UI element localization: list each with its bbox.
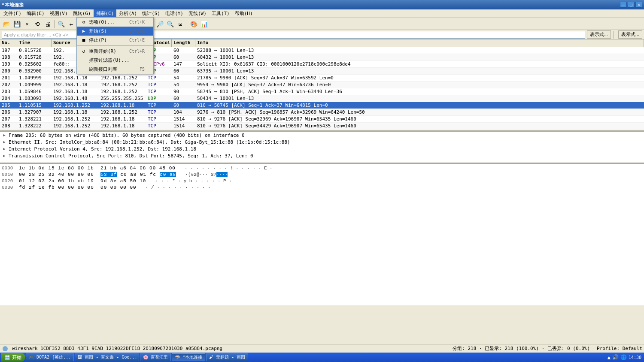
taskbar-shop[interactable]: 🌸 百花汇里 [140,353,171,361]
menu-view[interactable]: 视图(V) [47,9,70,18]
detail-row-3[interactable]: ▶ Transmission Control Protocol, Src Por… [0,152,644,159]
menu-analyze[interactable]: 分析(A) [116,9,140,18]
io-graph-button[interactable]: 📊 [199,19,209,29]
detail-text-3: Transmission Control Protocol, Src Port:… [9,153,253,159]
pkt-time: 0.915728 [17,47,52,54]
display-format-button[interactable]: 表示式... [618,30,642,39]
pkt-dst: 192.168.1.252 [99,109,146,115]
detail-text-1: Ethernet II, Src: IntelCor_bb:a6:84 (00:… [9,139,290,145]
zoom-reset-button[interactable]: ⊡ [176,19,185,29]
packet-row-206[interactable]: 206 1.327907 192.168.1.18 192.168.1.252 … [0,109,644,116]
tray-volume[interactable]: 🔊 [612,354,619,360]
menu-start[interactable]: ▶ 开始(S) Ctrl+E [77,27,153,36]
pkt-time: 1.110515 [17,102,52,109]
taskbar-wireshark[interactable]: 🦈 *本地连接 [172,353,205,361]
pkt-no: 198 [0,54,17,60]
close-button[interactable]: ✕ [635,2,642,8]
tray-arrow[interactable]: ▲ [608,354,611,360]
menu-tools[interactable]: 工具(T) [209,9,232,18]
menu-refresh-interfaces[interactable]: 刷新接口列表 F5 [77,65,153,74]
pkt-time: 1.049999 [17,75,52,81]
colorize-button[interactable]: 🎨 [189,19,198,29]
reload-button[interactable]: ⟲ [33,19,42,29]
zoom-out-button[interactable]: 🔍 [165,19,175,29]
start-button[interactable]: 🪟 开始 [1,353,25,362]
hex-dump: 0000 1c 1b 0d 15 1c 88 00 1b 21 bb a6 84… [0,164,644,198]
detail-row-2[interactable]: ▶ Internet Protocol Version 4, Src: 192.… [0,145,644,152]
start-icon: ▶ [80,28,87,34]
menu-goto[interactable]: 跳转(G) [70,9,94,18]
menu-statistics[interactable]: 统计(S) [140,9,163,18]
toolbar-separator-4 [187,20,187,28]
hex-addr-1: 0010 [2,172,15,177]
hex-ascii-3: · / · · · · · · · · · · [140,185,211,190]
save-button[interactable]: 💾 [12,19,21,29]
hex-bytes-0: 1c 1b 0d 15 1c 88 00 1b 21 bb a6 84 08 0… [19,166,176,171]
menu-edit[interactable]: 编辑(E) [24,9,47,18]
maximize-button[interactable]: □ [628,2,635,8]
packet-row-208[interactable]: 208 1.328222 192.168.1.252 192.168.1.18 … [0,123,644,130]
taskbar-dota2[interactable]: 🎮 DOTA2 [英雄... [26,353,74,361]
pkt-info: 810 → 9276 [ACK] Seq=34429 Ack=196907 Wi… [195,123,644,129]
refresh-label: 刷新接口列表 [89,66,117,72]
expand-icon-3: ▶ [2,153,7,158]
pkt-dst: 192.168.1.18 [99,102,146,109]
pkt-proto: TCP [146,109,172,115]
taskbar-paint2[interactable]: 🖌 无标题 - 画图 [206,353,248,361]
pkt-time: 1.059846 [17,88,52,95]
pkt-len: 54 [172,75,195,81]
capture-filters-label: 捕获过滤器(U)... [89,57,130,63]
detail-row-0[interactable]: ▶ Frame 205: 60 bytes on wire (480 bits)… [0,132,644,139]
taskbar-tray: ▲ 🔊 🌐 14:30 [608,354,643,360]
hex-bytes-3: fd 2f 1e fb 00 00 00 00 00 00 00 00 [19,185,137,190]
hex-bytes-2: 01 12 03 2a 00 1b cb 19 9d 8e a5 50 10 [19,178,146,184]
packet-row-207[interactable]: 207 1.328221 192.168.1.252 192.168.1.18 … [0,116,644,123]
empty-space [0,198,644,305]
packet-row-204[interactable]: 204 1.083093 192.168.1.48 255.255.255.25… [0,95,644,102]
open-button[interactable]: 📂 [2,19,11,29]
menu-help[interactable]: 帮助(H) [232,9,255,18]
hex-row-1: 0010 00 28 23 32 40 00 80 06 53 3f c0 a8… [2,171,642,178]
pkt-src: 192.168.1.252 [52,116,99,122]
status-file: wireshark_1CDF352-88D3-43F1-9EAB-1219022… [12,346,222,351]
menu-capture[interactable]: 捕获(C) [94,9,117,18]
pkt-proto: TCP [146,123,172,129]
pkt-no: 202 [0,81,17,88]
packet-row-201[interactable]: 201 1.049999 192.168.1.18 192.168.1.252 … [0,75,644,81]
pkt-info: 9276 → 810 [PSH, ACK] Seq=196857 Ack=329… [195,109,644,115]
clock: 14:30 [629,355,641,360]
menu-restart[interactable]: ↺ 重新开始(R) Ctrl+R [77,47,153,56]
print-button[interactable]: 🖨 [43,19,52,29]
packet-row-203[interactable]: 203 1.059846 192.168.1.18 192.168.1.252 … [0,88,644,95]
pkt-dst: 192.168.1.252 [99,81,146,88]
menu-telephony[interactable]: 电话(Y) [163,9,186,18]
expression-button[interactable]: 表示式... [587,30,611,39]
taskbar-paint[interactable]: 🖼 画图 - 百文鑫 - Goo... [75,353,139,361]
pkt-no: 208 [0,123,17,129]
status-stats: 分组: 218 · 已显示: 218 (100.0%) · 已丢弃: 0 (0.… [453,345,590,352]
pkt-time: 1.327907 [17,109,52,115]
menu-capture-filters[interactable]: 捕获过滤器(U)... [77,56,153,65]
find-button[interactable]: 🔍 [56,19,66,29]
detail-text-0: Frame 205: 60 bytes on wire (480 bits), … [9,133,245,138]
pkt-len: 60 [172,95,195,102]
restart-shortcut: Ctrl+R [121,49,145,54]
options-label: 选项(O)... [89,19,115,25]
minimize-button[interactable]: — [620,2,627,8]
detail-row-1[interactable]: ▶ Ethernet II, Src: IntelCor_bb:a6:84 (0… [0,139,644,145]
go-back-button[interactable]: ← [67,19,76,29]
menu-wireless[interactable]: 无线(W) [186,9,209,18]
tray-network[interactable]: 🌐 [620,354,627,360]
packet-row-205[interactable]: 205 1.110515 192.168.1.252 192.168.1.18 … [0,102,644,109]
pkt-len: 60 [172,54,195,60]
packet-row-202[interactable]: 202 1.049999 192.168.1.18 192.168.1.252 … [0,81,644,88]
menu-file[interactable]: 文件(F) [1,9,24,18]
pkt-proto: TCP [146,88,172,95]
close-capture-button[interactable]: ✕ [22,19,32,29]
menu-stop[interactable]: ■ 停止(P) Ctrl+E [77,36,153,45]
zoom-in-button[interactable]: 🔎 [155,19,164,29]
menu-options[interactable]: ⚙ 选项(O)... Ctrl+K [77,18,153,27]
filter-separator [614,31,614,39]
hex-bytes-1-normal2: c0 a8 01 fc [120,172,156,177]
expand-icon-2: ▶ [2,146,7,151]
